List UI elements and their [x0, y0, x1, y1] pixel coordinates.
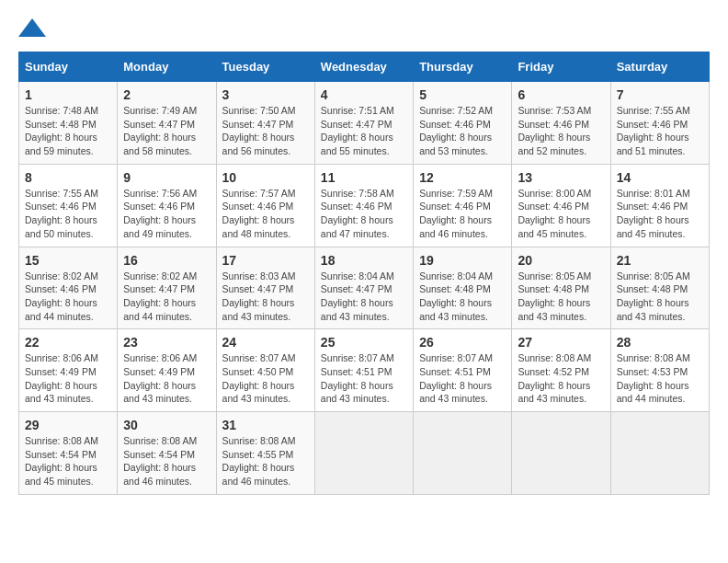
day-number: 14: [617, 170, 703, 185]
day-info: Sunrise: 7:55 AMSunset: 4:46 PMDaylight:…: [617, 104, 703, 158]
calendar-week-row: 22Sunrise: 8:06 AMSunset: 4:49 PMDayligh…: [19, 329, 710, 412]
calendar-cell: 5Sunrise: 7:52 AMSunset: 4:46 PMDaylight…: [414, 82, 512, 165]
calendar-cell: 16Sunrise: 8:02 AMSunset: 4:47 PMDayligh…: [118, 247, 216, 329]
day-info: Sunrise: 7:49 AMSunset: 4:47 PMDaylight:…: [123, 104, 210, 158]
day-number: 6: [518, 87, 604, 102]
day-info: Sunrise: 8:00 AMSunset: 4:46 PMDaylight:…: [518, 187, 604, 241]
day-info: Sunrise: 8:05 AMSunset: 4:48 PMDaylight:…: [617, 270, 703, 324]
day-number: 19: [419, 253, 506, 268]
day-number: 4: [321, 87, 407, 102]
weekday-header-row: SundayMondayTuesdayWednesdayThursdayFrid…: [19, 52, 710, 82]
day-number: 20: [518, 253, 604, 268]
calendar-cell: 1Sunrise: 7:48 AMSunset: 4:48 PMDaylight…: [19, 82, 118, 165]
calendar-cell: 15Sunrise: 8:02 AMSunset: 4:46 PMDayligh…: [19, 247, 118, 329]
day-info: Sunrise: 7:48 AMSunset: 4:48 PMDaylight:…: [25, 104, 111, 158]
calendar-cell: 27Sunrise: 8:08 AMSunset: 4:52 PMDayligh…: [512, 329, 610, 412]
day-number: 28: [617, 335, 703, 350]
day-number: 7: [617, 87, 703, 102]
day-info: Sunrise: 8:04 AMSunset: 4:47 PMDaylight:…: [321, 270, 407, 324]
day-number: 1: [25, 87, 111, 102]
weekday-header-saturday: Saturday: [610, 52, 709, 82]
day-info: Sunrise: 8:01 AMSunset: 4:46 PMDaylight:…: [617, 187, 703, 241]
svg-marker-0: [18, 18, 46, 37]
calendar-week-row: 8Sunrise: 7:55 AMSunset: 4:46 PMDaylight…: [19, 164, 710, 247]
calendar-cell: 18Sunrise: 8:04 AMSunset: 4:47 PMDayligh…: [314, 247, 413, 329]
day-info: Sunrise: 7:52 AMSunset: 4:46 PMDaylight:…: [419, 104, 506, 158]
day-number: 2: [123, 87, 210, 102]
day-info: Sunrise: 8:02 AMSunset: 4:46 PMDaylight:…: [25, 270, 111, 324]
weekday-header-friday: Friday: [512, 52, 610, 82]
calendar-cell: 9Sunrise: 7:56 AMSunset: 4:46 PMDaylight…: [118, 164, 216, 247]
weekday-header-sunday: Sunday: [19, 52, 118, 82]
day-number: 17: [222, 253, 309, 268]
calendar-table: SundayMondayTuesdayWednesdayThursdayFrid…: [18, 52, 710, 495]
weekday-header-thursday: Thursday: [414, 52, 512, 82]
day-number: 18: [321, 253, 407, 268]
calendar-cell: 31Sunrise: 8:08 AMSunset: 4:55 PMDayligh…: [216, 412, 314, 495]
calendar-cell: 19Sunrise: 8:04 AMSunset: 4:48 PMDayligh…: [414, 247, 512, 329]
day-number: 24: [222, 335, 309, 350]
calendar-cell: 13Sunrise: 8:00 AMSunset: 4:46 PMDayligh…: [512, 164, 610, 247]
calendar-cell: 10Sunrise: 7:57 AMSunset: 4:46 PMDayligh…: [216, 164, 314, 247]
day-number: 30: [123, 418, 210, 432]
day-info: Sunrise: 7:53 AMSunset: 4:46 PMDaylight:…: [518, 104, 604, 158]
day-number: 26: [419, 335, 506, 350]
day-number: 12: [419, 170, 506, 185]
day-number: 23: [123, 335, 210, 350]
day-info: Sunrise: 8:06 AMSunset: 4:49 PMDaylight:…: [123, 351, 210, 406]
day-number: 22: [25, 335, 111, 350]
logo: [18, 18, 50, 37]
day-number: 25: [321, 335, 407, 350]
day-info: Sunrise: 8:07 AMSunset: 4:50 PMDaylight:…: [222, 351, 309, 406]
day-info: Sunrise: 8:08 AMSunset: 4:53 PMDaylight:…: [617, 351, 703, 406]
calendar-cell: 17Sunrise: 8:03 AMSunset: 4:47 PMDayligh…: [216, 247, 314, 329]
calendar-cell: 4Sunrise: 7:51 AMSunset: 4:47 PMDaylight…: [314, 82, 413, 165]
day-info: Sunrise: 8:04 AMSunset: 4:48 PMDaylight:…: [419, 270, 506, 324]
day-info: Sunrise: 8:05 AMSunset: 4:48 PMDaylight:…: [518, 270, 604, 324]
day-number: 31: [222, 418, 309, 432]
calendar-week-row: 1Sunrise: 7:48 AMSunset: 4:48 PMDaylight…: [19, 82, 710, 165]
day-info: Sunrise: 8:08 AMSunset: 4:52 PMDaylight:…: [518, 351, 604, 406]
day-info: Sunrise: 8:08 AMSunset: 4:55 PMDaylight:…: [222, 434, 309, 488]
calendar-cell: 22Sunrise: 8:06 AMSunset: 4:49 PMDayligh…: [19, 329, 118, 412]
day-number: 10: [222, 170, 309, 185]
day-info: Sunrise: 8:03 AMSunset: 4:47 PMDaylight:…: [222, 270, 309, 324]
day-info: Sunrise: 7:58 AMSunset: 4:46 PMDaylight:…: [321, 187, 407, 241]
calendar-cell: 26Sunrise: 8:07 AMSunset: 4:51 PMDayligh…: [414, 329, 512, 412]
day-info: Sunrise: 8:08 AMSunset: 4:54 PMDaylight:…: [25, 434, 111, 488]
calendar-cell: 11Sunrise: 7:58 AMSunset: 4:46 PMDayligh…: [314, 164, 413, 247]
calendar-cell: 23Sunrise: 8:06 AMSunset: 4:49 PMDayligh…: [118, 329, 216, 412]
day-info: Sunrise: 7:50 AMSunset: 4:47 PMDaylight:…: [222, 104, 309, 158]
day-number: 29: [25, 418, 111, 432]
calendar-cell: [314, 412, 413, 495]
logo-icon: [18, 18, 46, 37]
weekday-header-tuesday: Tuesday: [216, 52, 314, 82]
day-info: Sunrise: 8:08 AMSunset: 4:54 PMDaylight:…: [123, 434, 210, 488]
day-number: 16: [123, 253, 210, 268]
day-number: 15: [25, 253, 111, 268]
calendar-cell: 24Sunrise: 8:07 AMSunset: 4:50 PMDayligh…: [216, 329, 314, 412]
day-info: Sunrise: 8:07 AMSunset: 4:51 PMDaylight:…: [419, 351, 506, 406]
calendar-cell: 2Sunrise: 7:49 AMSunset: 4:47 PMDaylight…: [118, 82, 216, 165]
calendar-cell: 29Sunrise: 8:08 AMSunset: 4:54 PMDayligh…: [19, 412, 118, 495]
day-number: 5: [419, 87, 506, 102]
calendar-week-row: 15Sunrise: 8:02 AMSunset: 4:46 PMDayligh…: [19, 247, 710, 329]
day-info: Sunrise: 7:57 AMSunset: 4:46 PMDaylight:…: [222, 187, 309, 241]
calendar-cell: [512, 412, 610, 495]
day-number: 21: [617, 253, 703, 268]
page-header: [18, 18, 710, 37]
day-number: 13: [518, 170, 604, 185]
calendar-cell: 7Sunrise: 7:55 AMSunset: 4:46 PMDaylight…: [610, 82, 709, 165]
day-info: Sunrise: 7:56 AMSunset: 4:46 PMDaylight:…: [123, 187, 210, 241]
day-info: Sunrise: 8:06 AMSunset: 4:49 PMDaylight:…: [25, 351, 111, 406]
day-number: 27: [518, 335, 604, 350]
day-info: Sunrise: 7:51 AMSunset: 4:47 PMDaylight:…: [321, 104, 407, 158]
calendar-cell: 30Sunrise: 8:08 AMSunset: 4:54 PMDayligh…: [118, 412, 216, 495]
day-info: Sunrise: 7:55 AMSunset: 4:46 PMDaylight:…: [25, 187, 111, 241]
calendar-cell: 14Sunrise: 8:01 AMSunset: 4:46 PMDayligh…: [610, 164, 709, 247]
calendar-cell: 21Sunrise: 8:05 AMSunset: 4:48 PMDayligh…: [610, 247, 709, 329]
calendar-cell: 6Sunrise: 7:53 AMSunset: 4:46 PMDaylight…: [512, 82, 610, 165]
calendar-cell: 8Sunrise: 7:55 AMSunset: 4:46 PMDaylight…: [19, 164, 118, 247]
calendar-cell: [414, 412, 512, 495]
day-number: 8: [25, 170, 111, 185]
